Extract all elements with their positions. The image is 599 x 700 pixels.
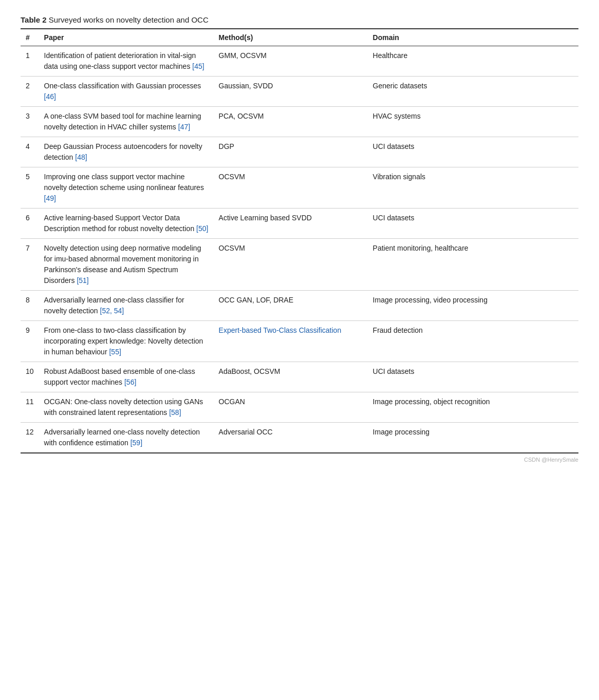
paper-text: One-class classification with Gaussian p… xyxy=(44,82,201,90)
col-header-num: # xyxy=(21,29,39,46)
table-row: 7Novelty detection using deep normative … xyxy=(21,239,578,291)
row-paper: One-class classification with Gaussian p… xyxy=(39,77,214,107)
paper-text: From one-class to two-class classificati… xyxy=(44,326,203,356)
row-paper: Active learning-based Support Vector Dat… xyxy=(39,209,214,239)
paper-link[interactable]: [48] xyxy=(75,153,87,161)
row-num: 4 xyxy=(21,137,39,167)
watermark: CSDN @HenrySmale xyxy=(21,457,578,463)
row-domain: UCI datasets xyxy=(368,362,578,392)
row-method: Gaussian, SVDD xyxy=(214,77,368,107)
row-method: Expert-based Two-Class Classification xyxy=(214,321,368,362)
row-domain: Generic datasets xyxy=(368,77,578,107)
row-num: 11 xyxy=(21,392,39,423)
row-domain: Healthcare xyxy=(368,46,578,77)
row-domain: Image processing, object recognition xyxy=(368,392,578,423)
row-domain: Fraud detection xyxy=(368,321,578,362)
paper-link[interactable]: [47] xyxy=(178,123,190,131)
method-link[interactable]: Expert-based Two-Class Classification xyxy=(219,326,342,334)
paper-text: Identification of patient deterioration … xyxy=(44,51,196,70)
paper-text: Improving one class support vector machi… xyxy=(44,173,204,192)
row-domain: Vibration signals xyxy=(368,167,578,209)
row-paper: Adversarially learned one-class classifi… xyxy=(39,291,214,321)
table-row: 2One-class classification with Gaussian … xyxy=(21,77,578,107)
row-num: 7 xyxy=(21,239,39,291)
table-row: 8Adversarially learned one-class classif… xyxy=(21,291,578,321)
row-method: OCSVM xyxy=(214,167,368,209)
row-method: OCC GAN, LOF, DRAE xyxy=(214,291,368,321)
paper-link[interactable]: [55] xyxy=(109,348,121,356)
row-num: 2 xyxy=(21,77,39,107)
table-row: 1Identification of patient deterioration… xyxy=(21,46,578,77)
paper-text: Robust AdaBoost based ensemble of one-cl… xyxy=(44,367,195,386)
row-domain: Patient monitoring, healthcare xyxy=(368,239,578,291)
row-paper: Adversarially learned one-class novelty … xyxy=(39,423,214,453)
row-paper: Improving one class support vector machi… xyxy=(39,167,214,209)
paper-link[interactable]: [52, 54] xyxy=(100,307,124,315)
table-row: 12Adversarially learned one-class novelt… xyxy=(21,423,578,453)
paper-link[interactable]: [59] xyxy=(130,439,142,447)
table-row: 5Improving one class support vector mach… xyxy=(21,167,578,209)
row-domain: UCI datasets xyxy=(368,137,578,167)
table-container: Table 2 Surveyed works on novelty detect… xyxy=(21,15,578,463)
table-row: 9From one-class to two-class classificat… xyxy=(21,321,578,362)
row-domain: HVAC systems xyxy=(368,107,578,137)
row-method: AdaBoost, OCSVM xyxy=(214,362,368,392)
row-num: 10 xyxy=(21,362,39,392)
col-header-paper: Paper xyxy=(39,29,214,46)
col-header-method: Method(s) xyxy=(214,29,368,46)
row-num: 12 xyxy=(21,423,39,453)
row-num: 9 xyxy=(21,321,39,362)
row-paper: Robust AdaBoost based ensemble of one-cl… xyxy=(39,362,214,392)
row-method: Adversarial OCC xyxy=(214,423,368,453)
paper-link[interactable]: [58] xyxy=(169,408,181,417)
paper-link[interactable]: [50] xyxy=(196,224,208,233)
table-row: 4Deep Gaussian Process autoencoders for … xyxy=(21,137,578,167)
row-paper: Deep Gaussian Process autoencoders for n… xyxy=(39,137,214,167)
row-num: 1 xyxy=(21,46,39,77)
paper-link[interactable]: [46] xyxy=(44,92,56,101)
row-domain: Image processing, video processing xyxy=(368,291,578,321)
row-method: DGP xyxy=(214,137,368,167)
row-method: OCGAN xyxy=(214,392,368,423)
row-method: Active Learning based SVDD xyxy=(214,209,368,239)
paper-link[interactable]: [45] xyxy=(192,62,204,70)
table-row: 11OCGAN: One-class novelty detection usi… xyxy=(21,392,578,423)
row-domain: Image processing xyxy=(368,423,578,453)
row-paper: A one-class SVM based tool for machine l… xyxy=(39,107,214,137)
row-domain: UCI datasets xyxy=(368,209,578,239)
row-method: PCA, OCSVM xyxy=(214,107,368,137)
paper-link[interactable]: [51] xyxy=(77,276,88,285)
table-row: 6Active learning-based Support Vector Da… xyxy=(21,209,578,239)
paper-link[interactable]: [56] xyxy=(124,378,136,386)
row-method: GMM, OCSVM xyxy=(214,46,368,77)
row-paper: Identification of patient deterioration … xyxy=(39,46,214,77)
paper-text: A one-class SVM based tool for machine l… xyxy=(44,112,201,131)
row-method: OCSVM xyxy=(214,239,368,291)
row-paper: OCGAN: One-class novelty detection using… xyxy=(39,392,214,423)
row-num: 6 xyxy=(21,209,39,239)
table-title-rest: Surveyed works on novelty detection and … xyxy=(47,15,209,24)
paper-link[interactable]: [49] xyxy=(44,194,56,202)
row-num: 3 xyxy=(21,107,39,137)
col-header-domain: Domain xyxy=(368,29,578,46)
row-num: 5 xyxy=(21,167,39,209)
table-title-bold: Table 2 xyxy=(21,15,47,24)
table-row: 3A one-class SVM based tool for machine … xyxy=(21,107,578,137)
table-header-row: # Paper Method(s) Domain xyxy=(21,29,578,46)
paper-text: Active learning-based Support Vector Dat… xyxy=(44,214,197,233)
main-table: # Paper Method(s) Domain 1Identification… xyxy=(21,28,578,453)
paper-text: Deep Gaussian Process autoencoders for n… xyxy=(44,142,202,161)
paper-text: Adversarially learned one-class novelty … xyxy=(44,428,200,447)
table-title: Table 2 Surveyed works on novelty detect… xyxy=(21,15,578,24)
row-num: 8 xyxy=(21,291,39,321)
paper-text: Novelty detection using deep normative m… xyxy=(44,244,201,285)
row-paper: From one-class to two-class classificati… xyxy=(39,321,214,362)
table-row: 10Robust AdaBoost based ensemble of one-… xyxy=(21,362,578,392)
row-paper: Novelty detection using deep normative m… xyxy=(39,239,214,291)
